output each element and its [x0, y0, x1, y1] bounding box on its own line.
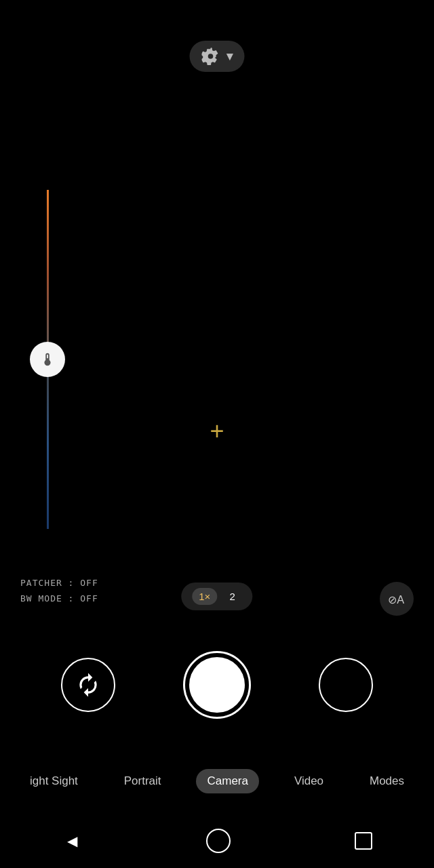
- tab-night-sight[interactable]: ight Sight: [19, 769, 89, 793]
- zoom-controls[interactable]: 1× 2: [181, 583, 252, 610]
- nav-back-button[interactable]: ◀: [62, 831, 82, 851]
- shutter-inner: [189, 657, 245, 713]
- thermometer-icon: [40, 352, 55, 367]
- tab-modes[interactable]: Modes: [359, 769, 415, 793]
- bw-mode-status: BW MODE : OFF: [20, 593, 98, 604]
- settings-icon: [202, 47, 220, 65]
- navigation-bar: ◀: [0, 814, 434, 868]
- slider-track-warm: [47, 190, 49, 359]
- tab-video[interactable]: Video: [283, 769, 334, 793]
- gallery-button[interactable]: [319, 658, 373, 712]
- patcher-status: PATCHER : OFF: [20, 578, 98, 588]
- slider-track: [47, 190, 49, 529]
- flip-camera-button[interactable]: [61, 658, 115, 712]
- camera-controls: [0, 651, 434, 719]
- status-labels: PATCHER : OFF BW MODE : OFF: [20, 578, 98, 604]
- slider-thumb[interactable]: [30, 342, 65, 377]
- chevron-down-icon: ▾: [226, 49, 233, 64]
- nav-home-button[interactable]: [206, 829, 231, 853]
- tab-camera[interactable]: Camera: [196, 769, 258, 793]
- tab-portrait[interactable]: Portrait: [113, 769, 172, 793]
- mode-tabs: ight Sight Portrait Camera Video Modes: [0, 769, 434, 793]
- nav-recent-button[interactable]: [355, 832, 372, 850]
- exposure-slider[interactable]: [27, 190, 68, 529]
- zoom-2x-button[interactable]: 2: [222, 588, 241, 605]
- ai-icon: ⊘A: [387, 589, 406, 608]
- slider-track-cool: [47, 359, 49, 529]
- ai-toggle-button[interactable]: ⊘A: [380, 582, 414, 616]
- svg-text:⊘A: ⊘A: [388, 593, 404, 606]
- crosshair: +: [210, 419, 224, 443]
- zoom-1x-button[interactable]: 1×: [192, 588, 217, 605]
- shutter-button[interactable]: [183, 651, 251, 719]
- settings-bar[interactable]: ▾: [190, 41, 245, 72]
- flip-icon: [75, 672, 101, 698]
